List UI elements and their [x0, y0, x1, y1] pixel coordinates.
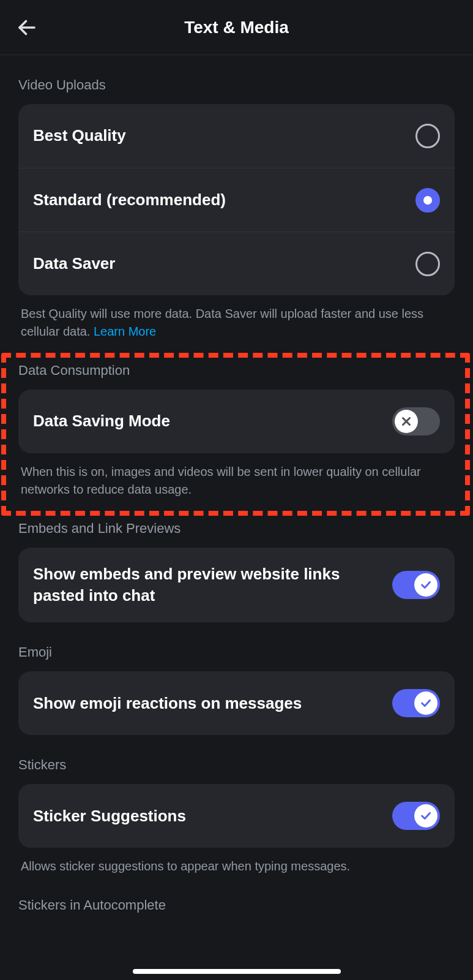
- section-header-stickers-autocomplete: Stickers in Autocomplete: [18, 875, 455, 924]
- toggle-label: Show embeds and preview website links pa…: [33, 564, 392, 606]
- section-header-emoji: Emoji: [18, 622, 455, 671]
- radio-selected-icon: [415, 188, 440, 213]
- radio-row-data-saver[interactable]: Data Saver: [18, 232, 455, 295]
- page-title: Text & Media: [184, 18, 289, 37]
- x-icon: [400, 415, 413, 428]
- toggle-row-sticker-suggestions[interactable]: Sticker Suggestions: [18, 784, 455, 848]
- data-consumption-card: Data Saving Mode: [18, 390, 455, 453]
- radio-label: Standard (recommended): [33, 189, 238, 211]
- section-header-embeds: Embeds and Link Previews: [18, 499, 455, 548]
- radio-unselected-icon: [415, 124, 440, 148]
- toggle-label: Data Saving Mode: [33, 410, 182, 432]
- toggle-label: Show emoji reactions on messages: [33, 693, 314, 714]
- embeds-card: Show embeds and preview website links pa…: [18, 548, 455, 622]
- video-uploads-caption: Best Quality will use more data. Data Sa…: [18, 295, 455, 341]
- learn-more-link[interactable]: Learn More: [94, 325, 156, 338]
- data-consumption-caption: When this is on, images and videos will …: [18, 453, 455, 499]
- toggle-off: [392, 407, 440, 435]
- check-icon: [419, 696, 433, 710]
- home-indicator: [133, 969, 341, 974]
- toggle-on: [392, 689, 440, 717]
- radio-label: Data Saver: [33, 253, 127, 274]
- radio-row-best-quality[interactable]: Best Quality: [18, 104, 455, 168]
- check-icon: [419, 809, 433, 823]
- radio-unselected-icon: [415, 252, 440, 276]
- header-bar: Text & Media: [0, 0, 473, 55]
- toggle-on: [392, 571, 440, 599]
- toggle-row-data-saving-mode[interactable]: Data Saving Mode: [18, 390, 455, 453]
- section-header-video-uploads: Video Uploads: [18, 55, 455, 104]
- toggle-row-embeds[interactable]: Show embeds and preview website links pa…: [18, 548, 455, 622]
- toggle-label: Sticker Suggestions: [33, 805, 198, 827]
- back-button[interactable]: [12, 13, 42, 42]
- arrow-left-icon: [16, 17, 38, 39]
- section-header-stickers: Stickers: [18, 735, 455, 784]
- caption-text: Best Quality will use more data. Data Sa…: [21, 307, 423, 338]
- emoji-card: Show emoji reactions on messages: [18, 671, 455, 735]
- video-uploads-card: Best Quality Standard (recommended) Data…: [18, 104, 455, 295]
- stickers-caption: Allows sticker suggestions to appear whe…: [18, 848, 455, 875]
- stickers-card: Sticker Suggestions: [18, 784, 455, 848]
- section-header-data-consumption: Data Consumption: [18, 341, 455, 390]
- check-icon: [419, 578, 433, 592]
- toggle-row-emoji-reactions[interactable]: Show emoji reactions on messages: [18, 671, 455, 735]
- toggle-on: [392, 802, 440, 830]
- radio-row-standard[interactable]: Standard (recommended): [18, 168, 455, 232]
- radio-label: Best Quality: [33, 125, 138, 146]
